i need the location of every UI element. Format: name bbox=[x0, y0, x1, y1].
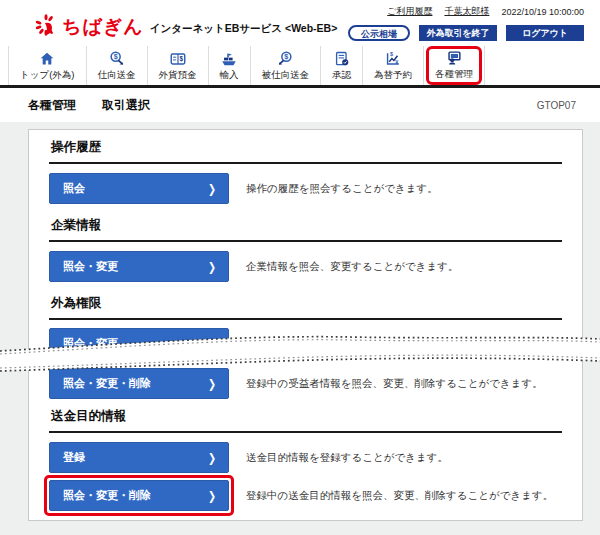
inward-remittance-icon: $ bbox=[276, 50, 294, 68]
section-title-company-info: 企業情報 bbox=[49, 218, 562, 242]
nav-item-inward-remittance[interactable]: $ 被仕向送金 bbox=[251, 46, 322, 85]
button-label: 照会・変更 bbox=[63, 336, 118, 351]
nav-item-outward-remittance[interactable]: $ 仕向送金 bbox=[87, 46, 148, 85]
nav-label: 承認 bbox=[332, 69, 351, 82]
breadcrumb: 各種管理 取引選択 GTOP07 bbox=[0, 88, 600, 122]
menu-row: 照会・変更 ❯ 企業情報を照会、変更することができます。 bbox=[49, 251, 562, 282]
nav-label: 輸入 bbox=[220, 69, 239, 82]
menu-row-highlighted: 照会・変更・削除 ❯ 登録中の送金目的情報を照会、変更、削除することができます。 bbox=[49, 475, 562, 516]
row-description: を照会、変更することができます。 bbox=[291, 337, 461, 351]
register-button[interactable]: 登録 ❯ bbox=[49, 442, 229, 473]
svg-text:$: $ bbox=[113, 52, 117, 61]
svg-text:$: $ bbox=[390, 50, 393, 56]
fx-forward-icon: $ ¥ bbox=[384, 50, 402, 68]
chevron-right-icon: ❯ bbox=[208, 451, 216, 465]
header-right: ご利用履歴 千葉太郎様 2022/10/19 10:00:00 公示相場 外為取… bbox=[348, 0, 600, 46]
row-description: 登録中の受益者情報を照会、変更、削除することができます。 bbox=[246, 377, 543, 391]
section-title-remittance-purpose: 送金目的情報 bbox=[49, 409, 562, 433]
screen-id: GTOP07 bbox=[537, 100, 576, 111]
main-nav: トップ(外為) $ 仕向送金 bbox=[0, 46, 600, 88]
brand-service-name: インターネットEBサービス <Web-EB> bbox=[150, 22, 338, 36]
menu-row: 登録 ❯ 送金目的情報を登録することができます。 bbox=[49, 442, 562, 473]
nav-label: 仕向送金 bbox=[98, 69, 136, 82]
button-label: 照会・変更・削除 bbox=[63, 488, 151, 503]
nav-item-approval[interactable]: 承認 bbox=[321, 46, 363, 85]
home-icon bbox=[38, 50, 56, 68]
published-rates-button[interactable]: 公示相場 bbox=[348, 25, 410, 41]
breadcrumb-section: 各種管理 bbox=[28, 97, 76, 114]
nav-item-foreign-currency-deposit[interactable]: $ 外貨預金 bbox=[148, 46, 209, 85]
inquiry-change-delete-button-purpose[interactable]: 照会・変更・削除 ❯ bbox=[49, 480, 229, 511]
page-title: 取引選択 bbox=[102, 97, 150, 114]
user-name-link[interactable]: 千葉太郎様 bbox=[444, 5, 489, 18]
inquiry-change-button-torn[interactable]: 照会・変更 ❯ bbox=[49, 328, 229, 359]
chevron-right-icon: ❯ bbox=[208, 337, 216, 351]
header: ちばぎん インターネットEBサービス <Web-EB> ご利用履歴 千葉太郎様 … bbox=[0, 0, 600, 46]
nav-label: 為替予約 bbox=[374, 69, 412, 82]
section-title-operation-history: 操作履歴 bbox=[49, 140, 562, 164]
nav-label: 各種管理 bbox=[435, 68, 473, 81]
button-label: 登録 bbox=[63, 450, 85, 465]
nav-label: 被仕向送金 bbox=[262, 69, 310, 82]
section-title-fx-authority: 外為権限 bbox=[49, 296, 562, 320]
usage-history-link[interactable]: ご利用履歴 bbox=[387, 5, 432, 18]
end-fx-transaction-button[interactable]: 外為取引を終了 bbox=[419, 25, 497, 41]
row-description: 送金目的情報を登録することができます。 bbox=[246, 451, 448, 465]
inquiry-change-delete-button-beneficiary[interactable]: 照会・変更・削除 ❯ bbox=[49, 368, 229, 399]
nav-label: トップ(外為) bbox=[20, 69, 75, 82]
menu-row: 照会 ❯ 操作の履歴を照会することができます。 bbox=[49, 173, 562, 204]
menu-row: 照会・変更・削除 ❯ 登録中の受益者情報を照会、変更、削除することができます。 bbox=[49, 368, 562, 399]
approval-icon bbox=[333, 50, 351, 68]
login-datetime: 2022/10/19 10:00:00 bbox=[501, 7, 584, 17]
red-highlight-box: 照会・変更・削除 ❯ bbox=[44, 475, 234, 516]
logout-button[interactable]: ログアウト bbox=[506, 25, 584, 41]
svg-text:$: $ bbox=[285, 52, 289, 61]
page-background: 操作履歴 照会 ❯ 操作の履歴を照会することができます。 企業情報 照会・変更 … bbox=[0, 122, 600, 535]
inquiry-button[interactable]: 照会 ❯ bbox=[49, 173, 229, 204]
nav-item-fx-forward[interactable]: $ ¥ 為替予約 bbox=[363, 46, 424, 85]
button-label: 照会・変更 bbox=[63, 259, 118, 274]
admin-icon bbox=[445, 49, 463, 67]
nav-active-highlight: 各種管理 bbox=[426, 46, 482, 85]
brand-logo: ちばぎん インターネットEBサービス <Web-EB> bbox=[0, 0, 337, 46]
chibagin-flower-icon bbox=[34, 13, 58, 41]
import-ship-icon bbox=[220, 50, 238, 68]
row-description: 企業情報を照会、変更することができます。 bbox=[246, 260, 458, 274]
content-card: 操作履歴 照会 ❯ 操作の履歴を照会することができます。 企業情報 照会・変更 … bbox=[28, 129, 583, 521]
outward-remittance-icon: $ bbox=[108, 50, 126, 68]
inquiry-change-button[interactable]: 照会・変更 ❯ bbox=[49, 251, 229, 282]
row-description: 操作の履歴を照会することができます。 bbox=[246, 182, 438, 196]
svg-text:$: $ bbox=[179, 55, 183, 63]
nav-label: 外貨預金 bbox=[159, 69, 197, 82]
menu-row-torn: 照会・変更 ❯ を照会、変更することができます。 bbox=[49, 328, 562, 359]
chevron-right-icon: ❯ bbox=[208, 377, 216, 391]
nav-item-top-gaitame[interactable]: トップ(外為) bbox=[8, 46, 87, 85]
row-description: 登録中の送金目的情報を照会、変更、削除することができます。 bbox=[246, 489, 553, 503]
nav-item-admin[interactable]: 各種管理 bbox=[424, 46, 485, 85]
chevron-right-icon: ❯ bbox=[208, 489, 216, 503]
chevron-right-icon: ❯ bbox=[208, 182, 216, 196]
svg-text:¥: ¥ bbox=[395, 58, 398, 64]
button-label: 照会 bbox=[63, 181, 85, 196]
screen: ちばぎん インターネットEBサービス <Web-EB> ご利用履歴 千葉太郎様 … bbox=[0, 0, 600, 535]
button-label: 照会・変更・削除 bbox=[63, 376, 151, 391]
nav-item-import[interactable]: 輸入 bbox=[209, 46, 251, 85]
brand-name: ちばぎん bbox=[62, 14, 144, 40]
foreign-currency-deposit-icon: $ bbox=[169, 50, 187, 68]
chevron-right-icon: ❯ bbox=[208, 260, 216, 274]
